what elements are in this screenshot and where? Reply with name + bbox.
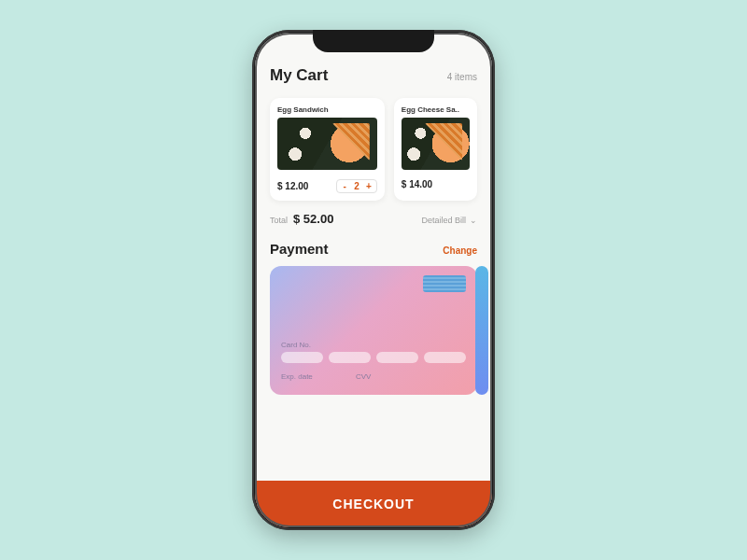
payment-header: Payment Change — [270, 241, 477, 257]
minus-icon[interactable]: - — [341, 182, 348, 191]
payment-cards: Card No. Exp. date — [270, 266, 477, 395]
quantity-stepper[interactable]: - 2 + — [336, 179, 377, 193]
item-name: Egg Sandwich — [277, 105, 377, 114]
app-screen: My Cart 4 items Egg Sandwich $ 12.00 - 2… — [255, 33, 492, 527]
detailed-bill-toggle[interactable]: Detailed Bill ⌄ — [421, 216, 477, 225]
card-brand-icon — [423, 275, 466, 292]
card-number-field-2[interactable] — [329, 352, 371, 363]
payment-title: Payment — [270, 241, 329, 257]
item-price: $ 14.00 — [402, 179, 432, 189]
credit-card-form[interactable]: Card No. Exp. date — [270, 266, 477, 395]
item-footer: $ 12.00 - 2 + — [277, 179, 377, 193]
phone-frame: My Cart 4 items Egg Sandwich $ 12.00 - 2… — [252, 30, 495, 530]
cart-header: My Cart 4 items — [270, 66, 477, 85]
item-image — [277, 118, 377, 170]
page-title: My Cart — [270, 66, 328, 85]
content-area: My Cart 4 items Egg Sandwich $ 12.00 - 2… — [255, 33, 492, 481]
next-card-peek[interactable] — [475, 266, 488, 395]
chevron-down-icon: ⌄ — [470, 216, 477, 225]
total-row: Total $ 52.00 Detailed Bill ⌄ — [270, 212, 477, 226]
detailed-bill-label: Detailed Bill — [421, 216, 466, 225]
notch — [313, 30, 434, 52]
cart-item[interactable]: Egg Sandwich $ 12.00 - 2 + — [270, 98, 385, 201]
card-number-field-3[interactable] — [376, 352, 418, 363]
item-name: Egg Cheese Sa.. — [402, 105, 470, 114]
cart-items-row[interactable]: Egg Sandwich $ 12.00 - 2 + Egg Cheese Sa… — [270, 98, 477, 201]
items-count: 4 items — [447, 72, 477, 82]
change-link[interactable]: Change — [443, 245, 477, 256]
checkout-button[interactable]: CHECKOUT — [255, 481, 492, 527]
card-number-field-1[interactable] — [281, 352, 323, 363]
plus-icon[interactable]: + — [365, 182, 373, 191]
card-no-label: Card No. — [281, 341, 466, 349]
cart-item[interactable]: Egg Cheese Sa.. $ 14.00 — [394, 98, 477, 201]
exp-label: Exp. date — [281, 372, 328, 381]
card-number-field-4[interactable] — [424, 352, 466, 363]
cvv-label: CVV — [356, 372, 402, 381]
total-label: Total — [270, 216, 288, 225]
total-value: $ 52.00 — [293, 212, 333, 226]
item-price: $ 12.00 — [277, 181, 308, 191]
item-footer: $ 14.00 — [402, 179, 470, 189]
quantity-value: 2 — [354, 181, 359, 191]
item-image — [402, 118, 470, 170]
